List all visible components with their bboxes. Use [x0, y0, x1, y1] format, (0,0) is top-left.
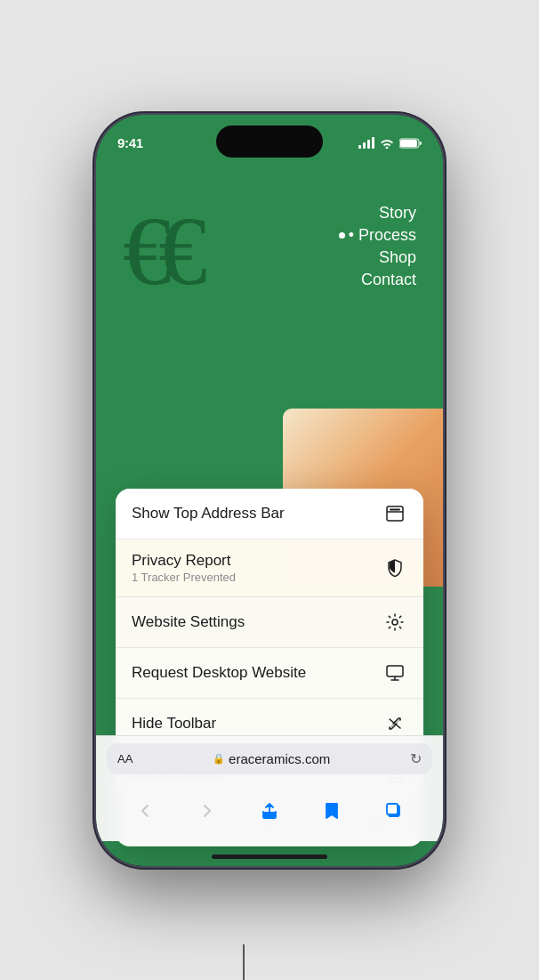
menu-item-website-settings[interactable]: Website Settings	[116, 597, 423, 648]
menu-item-title: Privacy Report	[132, 552, 236, 570]
status-icons	[358, 137, 422, 149]
nav-contact: Contact	[339, 271, 416, 289]
menu-item-title: Website Settings	[132, 613, 245, 631]
dynamic-island	[216, 126, 323, 158]
hide-toolbar-icon	[382, 711, 407, 736]
address-bar-container: AA 🔒 eraceramics.com ↻	[96, 735, 443, 782]
menu-item-privacy-report[interactable]: Privacy Report 1 Tracker Prevented	[116, 539, 423, 597]
nav-process: • Process	[339, 226, 416, 245]
phone-frame: 9:41	[96, 115, 443, 866]
menu-item-request-desktop[interactable]: Request Desktop Website	[116, 648, 423, 699]
svg-rect-1	[400, 140, 417, 147]
nav-shop: Shop	[339, 248, 416, 267]
desktop-icon	[382, 660, 407, 685]
pointer-line	[243, 944, 245, 980]
url-display: 🔒 eraceramics.com	[140, 751, 403, 766]
battery-icon	[399, 138, 422, 149]
aa-button[interactable]: AA	[117, 752, 133, 765]
wifi-icon	[380, 138, 394, 149]
lock-icon: 🔒	[213, 753, 225, 765]
address-bar[interactable]: AA 🔒 eraceramics.com ↻	[107, 743, 432, 774]
shield-half-icon	[382, 555, 407, 580]
svg-rect-5	[390, 508, 400, 510]
gear-icon	[382, 610, 407, 635]
reload-button[interactable]: ↻	[410, 750, 422, 767]
svg-point-6	[392, 620, 398, 625]
signal-icon	[358, 137, 375, 149]
home-indicator	[212, 854, 327, 859]
menu-item-title: Request Desktop Website	[132, 664, 306, 682]
svg-rect-17	[387, 804, 398, 814]
svg-text:€€: €€	[123, 197, 206, 302]
svg-rect-7	[387, 666, 403, 676]
phone-screen: 9:41	[96, 115, 443, 866]
bookmarks-button[interactable]	[312, 791, 351, 830]
forward-button[interactable]	[188, 791, 227, 830]
website-logo: €€	[123, 195, 265, 312]
svg-rect-3	[387, 506, 403, 521]
status-time: 9:41	[117, 135, 143, 150]
phone-container: 9:41	[0, 0, 539, 980]
address-bar-icon	[382, 501, 407, 526]
nav-active-dot	[339, 232, 345, 239]
share-button[interactable]	[250, 791, 289, 830]
menu-item-show-top-address-bar[interactable]: Show Top Address Bar	[116, 489, 423, 539]
menu-item-subtitle: 1 Tracker Prevented	[132, 571, 236, 584]
url-text: eraceramics.com	[229, 751, 330, 766]
website-content: €€ Story • Process Shop Contact	[96, 159, 443, 312]
back-button[interactable]	[125, 791, 165, 830]
nav-story: Story	[339, 204, 416, 223]
tabs-button[interactable]	[374, 791, 414, 830]
website-nav: Story • Process Shop Contact	[339, 195, 416, 289]
bottom-toolbar	[96, 781, 443, 841]
menu-item-title: Show Top Address Bar	[132, 505, 285, 522]
menu-item-title: Hide Toolbar	[132, 715, 216, 733]
